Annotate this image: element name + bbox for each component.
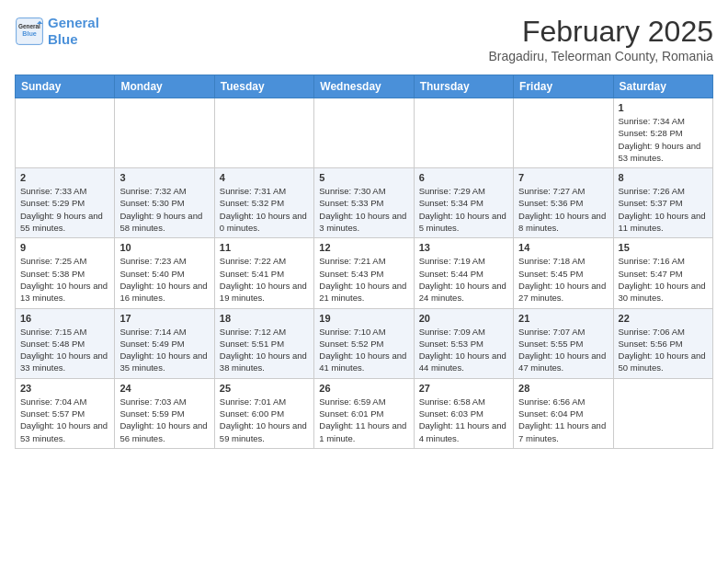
calendar-day-cell: 7Sunrise: 7:27 AM Sunset: 5:36 PM Daylig… [514, 168, 613, 238]
day-number: 21 [518, 313, 608, 324]
day-number: 25 [220, 383, 309, 394]
weekday-header: Tuesday [214, 75, 313, 98]
day-info: Sunrise: 7:07 AM Sunset: 5:55 PM Dayligh… [518, 326, 608, 374]
calendar-day-cell: 21Sunrise: 7:07 AM Sunset: 5:55 PM Dayli… [514, 308, 613, 378]
calendar-day-cell: 24Sunrise: 7:03 AM Sunset: 5:59 PM Dayli… [115, 378, 214, 448]
calendar-day-cell [16, 98, 115, 168]
day-info: Sunrise: 6:58 AM Sunset: 6:03 PM Dayligh… [419, 396, 508, 444]
weekday-header: Friday [514, 75, 613, 98]
weekday-header: Thursday [414, 75, 513, 98]
day-info: Sunrise: 7:26 AM Sunset: 5:37 PM Dayligh… [619, 185, 708, 234]
calendar-day-cell: 25Sunrise: 7:01 AM Sunset: 6:00 PM Dayli… [214, 378, 313, 448]
calendar-day-cell: 12Sunrise: 7:21 AM Sunset: 5:43 PM Dayli… [314, 238, 414, 308]
title-block: February 2025 Bragadiru, Teleorman Count… [488, 15, 713, 63]
day-info: Sunrise: 7:34 AM Sunset: 5:28 PM Dayligh… [619, 115, 708, 164]
calendar-day-cell: 18Sunrise: 7:12 AM Sunset: 5:51 PM Dayli… [214, 308, 313, 378]
day-info: Sunrise: 7:09 AM Sunset: 5:53 PM Dayligh… [419, 326, 508, 374]
calendar-day-cell: 27Sunrise: 6:58 AM Sunset: 6:03 PM Dayli… [414, 378, 513, 448]
calendar-day-cell: 28Sunrise: 6:56 AM Sunset: 6:04 PM Dayli… [514, 378, 613, 448]
calendar-day-cell: 17Sunrise: 7:14 AM Sunset: 5:49 PM Dayli… [115, 308, 214, 378]
calendar-day-cell [414, 98, 513, 168]
day-info: Sunrise: 7:14 AM Sunset: 5:49 PM Dayligh… [119, 326, 209, 374]
calendar-day-cell: 19Sunrise: 7:10 AM Sunset: 5:52 PM Dayli… [314, 308, 414, 378]
day-info: Sunrise: 7:06 AM Sunset: 5:56 PM Dayligh… [619, 326, 708, 374]
calendar-day-cell: 20Sunrise: 7:09 AM Sunset: 5:53 PM Dayli… [414, 308, 513, 378]
calendar-week-row: 1Sunrise: 7:34 AM Sunset: 5:28 PM Daylig… [16, 98, 713, 168]
day-info: Sunrise: 7:27 AM Sunset: 5:36 PM Dayligh… [518, 185, 608, 234]
calendar-day-cell: 13Sunrise: 7:19 AM Sunset: 5:44 PM Dayli… [414, 238, 513, 308]
calendar-week-row: 23Sunrise: 7:04 AM Sunset: 5:57 PM Dayli… [16, 378, 713, 448]
day-info: Sunrise: 7:23 AM Sunset: 5:40 PM Dayligh… [119, 255, 209, 304]
day-number: 4 [220, 172, 309, 183]
calendar-day-cell: 26Sunrise: 6:59 AM Sunset: 6:01 PM Dayli… [314, 378, 414, 448]
calendar-day-cell: 8Sunrise: 7:26 AM Sunset: 5:37 PM Daylig… [613, 168, 712, 238]
calendar-day-cell: 11Sunrise: 7:22 AM Sunset: 5:41 PM Dayli… [214, 238, 313, 308]
day-info: Sunrise: 7:21 AM Sunset: 5:43 PM Dayligh… [319, 255, 408, 304]
day-number: 1 [619, 102, 708, 113]
calendar-day-cell: 16Sunrise: 7:15 AM Sunset: 5:48 PM Dayli… [16, 308, 115, 378]
day-info: Sunrise: 7:30 AM Sunset: 5:33 PM Dayligh… [319, 185, 408, 234]
day-number: 8 [619, 172, 708, 183]
day-number: 9 [20, 242, 109, 253]
calendar-title: February 2025 [488, 15, 713, 49]
day-info: Sunrise: 6:59 AM Sunset: 6:01 PM Dayligh… [319, 396, 408, 444]
day-number: 13 [419, 242, 508, 253]
weekday-header: Sunday [16, 75, 115, 98]
calendar-week-row: 16Sunrise: 7:15 AM Sunset: 5:48 PM Dayli… [16, 308, 713, 378]
day-number: 14 [518, 242, 608, 253]
calendar-day-cell [514, 98, 613, 168]
day-number: 7 [518, 172, 608, 183]
calendar-day-cell: 3Sunrise: 7:32 AM Sunset: 5:30 PM Daylig… [115, 168, 214, 238]
logo-text: General Blue [48, 15, 99, 48]
weekday-header: Wednesday [314, 75, 414, 98]
day-number: 19 [319, 313, 408, 324]
day-info: Sunrise: 7:10 AM Sunset: 5:52 PM Dayligh… [319, 326, 408, 374]
day-info: Sunrise: 7:03 AM Sunset: 5:59 PM Dayligh… [119, 396, 209, 444]
day-info: Sunrise: 7:15 AM Sunset: 5:48 PM Dayligh… [20, 326, 109, 374]
calendar-day-cell [613, 378, 712, 448]
day-number: 20 [419, 313, 508, 324]
day-info: Sunrise: 6:56 AM Sunset: 6:04 PM Dayligh… [518, 396, 608, 444]
calendar-header-row: SundayMondayTuesdayWednesdayThursdayFrid… [16, 75, 713, 98]
calendar-day-cell: 23Sunrise: 7:04 AM Sunset: 5:57 PM Dayli… [16, 378, 115, 448]
day-info: Sunrise: 7:31 AM Sunset: 5:32 PM Dayligh… [220, 185, 309, 234]
day-number: 3 [119, 172, 209, 183]
day-info: Sunrise: 7:22 AM Sunset: 5:41 PM Dayligh… [220, 255, 309, 304]
day-info: Sunrise: 7:33 AM Sunset: 5:29 PM Dayligh… [20, 185, 109, 234]
day-info: Sunrise: 7:29 AM Sunset: 5:34 PM Dayligh… [419, 185, 508, 234]
day-info: Sunrise: 7:25 AM Sunset: 5:38 PM Dayligh… [20, 255, 109, 304]
calendar-day-cell [314, 98, 414, 168]
day-number: 5 [319, 172, 408, 183]
weekday-header: Monday [115, 75, 214, 98]
day-number: 27 [419, 383, 508, 394]
day-number: 28 [518, 383, 608, 394]
calendar-day-cell: 1Sunrise: 7:34 AM Sunset: 5:28 PM Daylig… [613, 98, 712, 168]
day-number: 17 [119, 313, 209, 324]
day-info: Sunrise: 7:18 AM Sunset: 5:45 PM Dayligh… [518, 255, 608, 304]
day-number: 10 [119, 242, 209, 253]
calendar-day-cell: 2Sunrise: 7:33 AM Sunset: 5:29 PM Daylig… [16, 168, 115, 238]
day-info: Sunrise: 7:12 AM Sunset: 5:51 PM Dayligh… [220, 326, 309, 374]
day-info: Sunrise: 7:19 AM Sunset: 5:44 PM Dayligh… [419, 255, 508, 304]
calendar-day-cell: 6Sunrise: 7:29 AM Sunset: 5:34 PM Daylig… [414, 168, 513, 238]
calendar-table: SundayMondayTuesdayWednesdayThursdayFrid… [15, 75, 713, 449]
calendar-day-cell: 15Sunrise: 7:16 AM Sunset: 5:47 PM Dayli… [613, 238, 712, 308]
calendar-week-row: 9Sunrise: 7:25 AM Sunset: 5:38 PM Daylig… [16, 238, 713, 308]
day-number: 12 [319, 242, 408, 253]
calendar-day-cell: 14Sunrise: 7:18 AM Sunset: 5:45 PM Dayli… [514, 238, 613, 308]
weekday-header: Saturday [613, 75, 712, 98]
calendar-day-cell: 5Sunrise: 7:30 AM Sunset: 5:33 PM Daylig… [314, 168, 414, 238]
svg-text:Blue: Blue [22, 29, 37, 38]
day-info: Sunrise: 7:01 AM Sunset: 6:00 PM Dayligh… [220, 396, 309, 444]
day-number: 23 [20, 383, 109, 394]
day-number: 6 [419, 172, 508, 183]
day-info: Sunrise: 7:16 AM Sunset: 5:47 PM Dayligh… [619, 255, 708, 304]
day-number: 15 [619, 242, 708, 253]
calendar-day-cell: 9Sunrise: 7:25 AM Sunset: 5:38 PM Daylig… [16, 238, 115, 308]
day-info: Sunrise: 7:04 AM Sunset: 5:57 PM Dayligh… [20, 396, 109, 444]
calendar-day-cell [214, 98, 313, 168]
page-header: General Blue General Blue February 2025 … [15, 15, 713, 63]
day-number: 16 [20, 313, 109, 324]
calendar-day-cell: 22Sunrise: 7:06 AM Sunset: 5:56 PM Dayli… [613, 308, 712, 378]
day-number: 24 [119, 383, 209, 394]
